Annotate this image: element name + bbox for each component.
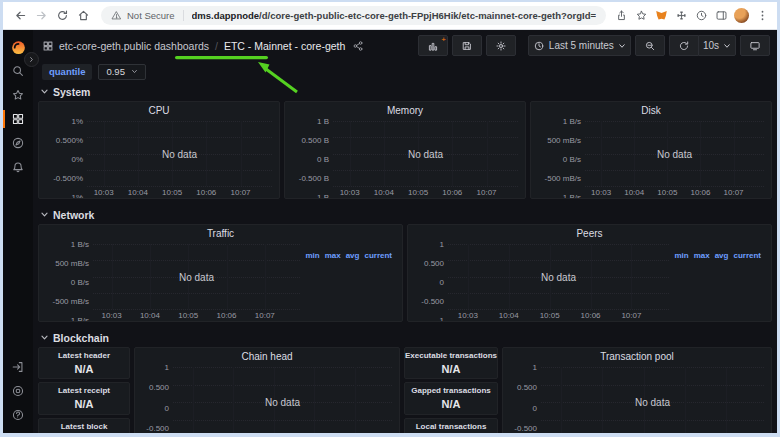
x-tick-label: 10:07 <box>477 188 497 197</box>
plot-column: No data10:0310:0410:0510:0610:07 <box>585 121 764 197</box>
stat-panel-local-transactions: Local transactionsN/A <box>404 418 498 433</box>
metamask-extension-button[interactable] <box>654 9 668 23</box>
gridline-horizontal <box>93 244 300 245</box>
zoom-out-time-button[interactable] <box>635 35 665 56</box>
legend-column-max[interactable]: max <box>694 251 710 260</box>
y-tick-label: 0.500% <box>56 136 83 145</box>
grafana-icon <box>10 39 27 56</box>
add-panel-button[interactable]: + <box>418 35 448 56</box>
x-tick-label: 10:03 <box>102 311 122 320</box>
back-button[interactable] <box>11 6 30 25</box>
x-tick-label: 10:07 <box>255 311 275 320</box>
sidebar-item-help[interactable] <box>3 403 33 427</box>
y-tick-label: -1% <box>69 193 83 200</box>
legend-column-avg[interactable]: avg <box>346 251 360 260</box>
sidebar-item-starred[interactable] <box>3 83 33 107</box>
time-range-picker[interactable]: Last 5 minutes <box>528 35 631 56</box>
y-tick-label: 0 <box>440 278 444 287</box>
profile-avatar[interactable] <box>734 8 749 23</box>
refresh-button[interactable] <box>669 35 698 56</box>
panel-title[interactable]: Chain head <box>135 348 399 364</box>
legend-column-avg[interactable]: avg <box>715 251 729 260</box>
share-dashboard-button[interactable] <box>352 40 364 52</box>
refresh-interval-dropdown[interactable]: 10s <box>698 35 736 56</box>
bookmark-button[interactable] <box>634 9 648 23</box>
legend-column-current[interactable]: current <box>733 251 761 260</box>
no-data-label: No data <box>333 148 518 159</box>
row-header-network[interactable]: Network <box>40 208 772 221</box>
plot-column: No data10:0310:0410:0510:0610:07 <box>333 121 518 197</box>
chart-area: 1%0.500%0%-0.500%-1%No data10:0310:0410:… <box>39 118 279 198</box>
stat-title[interactable]: Gapped transactions <box>411 386 491 395</box>
row-header-blockchain[interactable]: Blockchain <box>40 331 772 344</box>
stat-title[interactable]: Latest header <box>58 351 110 360</box>
stat-panel-latest-block: Latest blockN/A <box>38 418 130 433</box>
gridline-horizontal <box>541 367 764 368</box>
browser-menu-button[interactable] <box>755 9 769 23</box>
history-extension-button[interactable] <box>694 9 708 23</box>
panel-title[interactable]: Traffic <box>39 225 402 241</box>
row-header-system[interactable]: System <box>40 85 772 98</box>
legend-column-min[interactable]: min <box>305 251 319 260</box>
y-tick-label: -0.500 <box>421 297 444 306</box>
security-label: Not Secure <box>127 10 175 21</box>
grafana-sidebar <box>3 30 33 433</box>
stat-value: N/A <box>75 398 94 410</box>
time-range-label: Last 5 minutes <box>549 40 614 51</box>
sidebar-expand-button[interactable] <box>24 52 39 67</box>
browser-toolbar: Not Secure dms.dappnode/d/core-geth-publ… <box>3 2 777 30</box>
save-dashboard-button[interactable] <box>452 35 482 56</box>
breadcrumb-folder[interactable]: etc-core-geth.public dashboards <box>59 40 209 52</box>
dashboard-title[interactable]: ETC - Mainnet - core-geth <box>224 40 345 52</box>
x-axis: 10:0310:0410:0510:0610:07 <box>585 186 764 197</box>
y-tick-label: -1 B/s <box>560 193 581 200</box>
y-tick-label: 1% <box>71 117 83 126</box>
panel-title[interactable]: Peers <box>408 225 771 241</box>
stat-panel-latest-receipt: Latest receiptN/A <box>38 382 130 414</box>
stat-title[interactable]: Executable transactions <box>405 351 497 360</box>
address-divider <box>183 10 184 21</box>
y-tick-label: 1 <box>440 240 444 249</box>
forward-icon <box>35 9 48 22</box>
stat-title[interactable]: Local transactions <box>416 422 487 431</box>
y-tick-label: 0 B/s <box>563 155 581 164</box>
sidebar-item-alerting[interactable] <box>3 155 33 179</box>
sidebar-item-sign-in[interactable] <box>3 355 33 379</box>
gridline-horizontal <box>448 260 669 261</box>
plot-column: No data10:0310:0410:0510:0610:07 <box>93 244 300 320</box>
x-tick-label: 10:05 <box>162 188 182 197</box>
forward-button[interactable] <box>32 6 51 25</box>
legend-column-current[interactable]: current <box>364 251 392 260</box>
address-bar[interactable]: Not Secure dms.dappnode/d/core-geth-publ… <box>101 6 606 25</box>
chart-area: 1 B0.500 B0 B-0.500 B-1 BNo data10:0310:… <box>285 118 525 198</box>
stat-title[interactable]: Latest receipt <box>58 386 110 395</box>
y-tick-label: 1 <box>533 363 537 372</box>
reload-button[interactable] <box>53 6 72 25</box>
panel-title[interactable]: Transaction pool <box>503 348 771 364</box>
legend-column-min[interactable]: min <box>674 251 688 260</box>
plot-area: No data <box>93 244 300 309</box>
sidebar-item-server-admin[interactable] <box>3 379 33 403</box>
y-axis: 1 B0.500 B0 B-0.500 B-1 B <box>287 121 333 197</box>
sidebar-item-dashboards[interactable] <box>3 107 33 131</box>
home-button[interactable] <box>74 6 93 25</box>
clock-icon <box>695 9 708 22</box>
panel-memory: Memory1 B0.500 B0 B-0.500 B-1 BNo data10… <box>284 101 526 199</box>
gridline-horizontal <box>585 170 764 171</box>
panel-traffic: Traffic1 B/s500 mB/s0 B/s-500 mB/s-1 B/s… <box>38 224 403 322</box>
side-panel-button[interactable] <box>714 9 728 23</box>
legend-column-max[interactable]: max <box>325 251 341 260</box>
y-tick-label: -0.500 <box>514 423 537 432</box>
y-tick-label: 0 <box>165 403 169 412</box>
cycle-view-mode-button[interactable] <box>740 35 770 56</box>
plot-area: No data <box>585 121 764 186</box>
stat-title[interactable]: Latest block <box>61 422 108 431</box>
chevron-right-icon <box>28 56 35 63</box>
share-button[interactable] <box>614 9 628 23</box>
extensions-button[interactable] <box>674 9 688 23</box>
row-title: Network <box>53 209 94 221</box>
dashboard-settings-button[interactable] <box>486 35 516 56</box>
variable-value-dropdown[interactable]: 0.95 <box>98 64 146 80</box>
gear-icon <box>495 40 507 52</box>
sidebar-item-explore[interactable] <box>3 131 33 155</box>
